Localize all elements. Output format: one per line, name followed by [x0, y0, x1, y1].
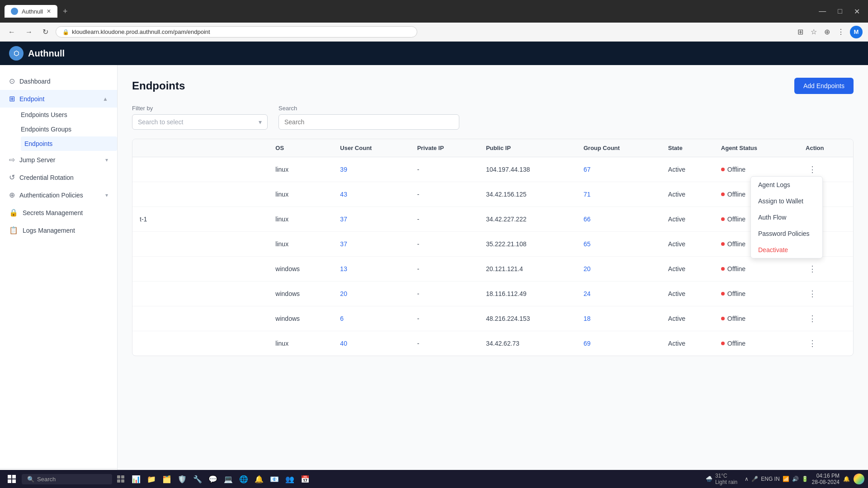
volume-icon[interactable]: 🔊 [792, 476, 799, 482]
endpoint-users-label: Endpoints Users [21, 111, 67, 118]
minimize-button[interactable]: — [815, 6, 830, 17]
bookmark-icon[interactable]: ☆ [809, 26, 819, 38]
maximize-button[interactable]: □ [834, 6, 846, 17]
page-header: Endpoints Add Endpoints [132, 78, 854, 94]
sidebar-item-logs-management[interactable]: 📋 Logs Management [0, 221, 117, 239]
explorer-icon[interactable]: 📁 [145, 472, 158, 486]
whatsapp-icon[interactable]: 💬 [206, 472, 220, 486]
address-bar[interactable]: 🔒 kloudlearn.kloudone.prod.authnull.com/… [56, 26, 417, 38]
user-count-link-5[interactable]: 13 [340, 265, 347, 272]
filter-by-group: Filter by Search to select ▾ [132, 105, 268, 130]
action-menu-6[interactable]: ⋮ [806, 288, 819, 300]
sidebar-item-endpoints[interactable]: Endpoints [21, 136, 117, 151]
col-private-ip: Private IP [410, 139, 479, 157]
back-button[interactable]: ← [5, 26, 18, 38]
taskbar-datetime: 04:16 PM 28-08-2024 [812, 473, 840, 485]
group-count-link-4[interactable]: 65 [584, 240, 591, 248]
state-3: Active [661, 207, 714, 232]
widgets-icon[interactable]: 📊 [129, 472, 143, 486]
search-input[interactable] [278, 114, 459, 130]
action-menu-7[interactable]: ⋮ [806, 313, 819, 324]
new-tab-button[interactable]: + [59, 5, 71, 18]
address-bar-right: ⊞ ☆ ⊕ ⋮ M [796, 26, 863, 38]
sidebar-item-dashboard[interactable]: ⊙ Dashboard [0, 72, 117, 90]
tab-close-icon[interactable]: ✕ [47, 8, 51, 14]
logo-icon: ⬡ [9, 46, 24, 61]
chrome-icon[interactable]: 🌐 [237, 472, 250, 486]
context-menu-auth-flow[interactable]: Auth Flow [751, 209, 822, 225]
user-count-link-4[interactable]: 37 [340, 240, 347, 248]
action-menu-8[interactable]: ⋮ [806, 338, 819, 349]
refresh-button[interactable]: ↻ [40, 26, 51, 38]
profile-avatar[interactable]: M [850, 26, 863, 38]
svg-rect-5 [121, 475, 124, 479]
sidebar-item-jump-server[interactable]: ⇨ Jump Server ▾ [0, 151, 117, 169]
sidebar-item-endpoint[interactable]: ⊞ Endpoint ▲ [0, 90, 117, 108]
sidebar-item-endpoint-groups[interactable]: Endpoints Groups [21, 122, 117, 136]
address-bar-row: ← → ↻ 🔒 kloudlearn.kloudone.prod.authnul… [0, 23, 868, 42]
group-count-link-3[interactable]: 66 [584, 216, 591, 223]
private-ip-3: - [410, 207, 479, 232]
private-ip-4: - [410, 232, 479, 257]
public-ip-8: 34.42.62.73 [479, 331, 576, 356]
action-menu-1[interactable]: ⋮ [806, 164, 819, 175]
context-menu-assign-wallet[interactable]: Assign to Wallet [751, 193, 822, 209]
os-2: linux [268, 182, 333, 207]
outlook-icon[interactable]: 📧 [268, 472, 281, 486]
browser-tabs: Authnull ✕ + [5, 5, 811, 18]
active-tab[interactable]: Authnull ✕ [5, 5, 57, 18]
group-count-link-1[interactable]: 67 [584, 166, 591, 173]
group-count-link-2[interactable]: 71 [584, 191, 591, 198]
sidebar-item-endpoint-users[interactable]: Endpoints Users [21, 108, 117, 122]
public-ip-6: 18.116.112.49 [479, 282, 576, 306]
notification-icon[interactable]: 🔔 [252, 472, 266, 486]
vscode-icon[interactable]: 💻 [222, 472, 235, 486]
group-count-link-6[interactable]: 24 [584, 290, 591, 297]
context-menu-password-policies[interactable]: Password Policies [751, 225, 822, 242]
teams-icon[interactable]: 👥 [283, 472, 297, 486]
user-count-1: 39 [333, 157, 410, 182]
user-count-link-2[interactable]: 43 [340, 191, 347, 198]
chevron-icon[interactable]: ∧ [745, 476, 749, 482]
user-count-link-8[interactable]: 40 [340, 340, 347, 347]
add-endpoints-button[interactable]: Add Endpoints [794, 78, 854, 94]
group-count-link-8[interactable]: 69 [584, 340, 591, 347]
start-button[interactable] [4, 471, 20, 487]
notification-bell-icon[interactable]: 🔔 [843, 476, 850, 482]
user-count-link-3[interactable]: 37 [340, 216, 347, 223]
dev-icon[interactable]: 🔧 [191, 472, 204, 486]
security-icon[interactable]: 🛡️ [175, 472, 189, 486]
mic-icon[interactable]: 🎤 [751, 476, 758, 482]
user-count-link-6[interactable]: 20 [340, 290, 347, 297]
sidebar-item-credential-rotation[interactable]: ↺ Credential Rotation [0, 169, 117, 186]
sidebar-item-auth-policies[interactable]: ⊕ Authentication Policies ▾ [0, 186, 117, 204]
windows-icon [7, 474, 16, 483]
endpoints-label: Endpoints [24, 140, 52, 147]
calendar-icon[interactable]: 📅 [298, 472, 312, 486]
group-count-link-7[interactable]: 18 [584, 315, 591, 322]
browser-menu-icon[interactable]: ⋮ [835, 26, 846, 38]
action-menu-5[interactable]: ⋮ [806, 263, 819, 275]
group-count-link-5[interactable]: 20 [584, 265, 591, 272]
forward-button[interactable]: → [23, 26, 35, 38]
task-view-icon[interactable] [114, 472, 127, 486]
offline-dot-6 [721, 292, 725, 296]
sidebar-item-secrets-management[interactable]: 🔒 Secrets Management [0, 204, 117, 221]
close-button[interactable]: ✕ [850, 6, 863, 17]
endpoint-icon: ⊞ [9, 94, 15, 103]
weather-icon: 🌧️ [706, 476, 712, 482]
user-count-2: 43 [333, 182, 410, 207]
user-count-link-1[interactable]: 39 [340, 166, 347, 173]
context-menu-deactivate[interactable]: Deactivate [751, 242, 822, 258]
user-count-link-7[interactable]: 6 [340, 315, 344, 322]
extensions-icon[interactable]: ⊞ [796, 26, 805, 38]
more-tools-icon[interactable]: ⊕ [822, 26, 832, 38]
file-manager-icon[interactable]: 🗂️ [160, 472, 174, 486]
filter-select[interactable]: Search to select ▾ [132, 114, 268, 130]
context-menu-agent-logs[interactable]: Agent Logs [751, 177, 822, 193]
auth-policies-icon: ⊕ [9, 191, 15, 199]
taskbar-search[interactable]: 🔍 Search [22, 474, 112, 484]
col-name [132, 139, 268, 157]
context-menu: Agent Logs Assign to Wallet Auth Flow Pa… [750, 176, 823, 258]
offline-dot-8 [721, 342, 725, 345]
